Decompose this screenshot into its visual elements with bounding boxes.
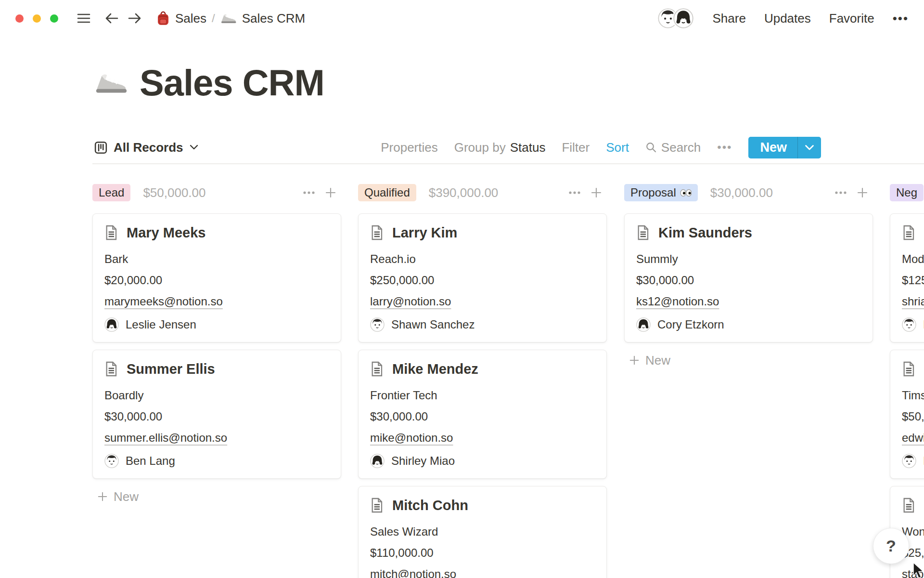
hamburger-icon <box>77 12 91 25</box>
crm-card[interactable]: S Mod $125 shria E <box>890 213 924 342</box>
crm-card[interactable]: Summer Ellis Boardly $30,000.00 summer.e… <box>92 350 341 479</box>
crm-card[interactable]: Mitch Cohn Sales Wizard $110,000.00 mitc… <box>358 486 607 578</box>
chevron-down-icon <box>190 144 198 150</box>
column-header: Neg <box>890 182 924 203</box>
board-column-qualified: Qualified $390,000.00 Larry Kim Reach.io… <box>358 182 607 578</box>
new-record-label: New <box>748 137 797 158</box>
plus-icon <box>629 355 640 366</box>
page-icon <box>370 498 384 513</box>
status-badge[interactable]: Lead <box>92 184 130 201</box>
column-add-button[interactable] <box>590 187 602 198</box>
search-icon <box>645 142 657 153</box>
card-name: Mary Meeks <box>127 225 205 241</box>
assignee-avatar <box>370 317 385 332</box>
traffic-light-zoom[interactable] <box>50 14 58 23</box>
crm-card[interactable]: Kim Saunders Summly $30,000.00 ks12@noti… <box>624 213 873 342</box>
page-icon <box>636 225 650 240</box>
column-more-button[interactable] <box>568 191 581 195</box>
ellipsis-icon <box>303 191 315 195</box>
add-card-label: New <box>645 353 670 368</box>
favorite-button[interactable]: Favorite <box>829 11 874 26</box>
assignee-avatar <box>902 317 916 332</box>
help-button[interactable]: ? <box>873 528 909 564</box>
forward-button[interactable] <box>128 12 142 25</box>
back-button[interactable] <box>104 12 119 25</box>
card-email-link[interactable]: ks12@notion.so <box>636 295 719 308</box>
column-add-button[interactable] <box>325 187 336 198</box>
column-add-button[interactable] <box>857 187 868 198</box>
column-more-button[interactable] <box>834 191 847 195</box>
new-record-dropdown[interactable] <box>798 137 821 158</box>
filter-button[interactable]: Filter <box>562 140 590 155</box>
page-icon <box>104 361 118 377</box>
card-company: Tims <box>902 389 924 402</box>
status-badge[interactable]: Neg <box>890 184 924 201</box>
search-button[interactable]: Search <box>645 140 701 155</box>
add-card-button[interactable]: New <box>624 350 670 371</box>
card-email-link[interactable]: mike@notion.so <box>370 431 453 444</box>
page-icon <box>902 225 915 240</box>
card-email-link[interactable]: larry@notion.so <box>370 295 451 308</box>
breadcrumb-workspace[interactable]: Sales <box>156 11 206 26</box>
chevron-down-icon <box>805 144 814 151</box>
new-record-button[interactable]: New <box>748 137 821 158</box>
properties-button[interactable]: Properties <box>381 140 438 155</box>
column-more-button[interactable] <box>303 191 315 195</box>
board-view-icon <box>94 141 107 154</box>
sort-button[interactable]: Sort <box>606 140 629 155</box>
topbar-actions: Share Updates Favorite ••• <box>657 7 909 29</box>
card-company: Summly <box>636 252 861 266</box>
group-by-button[interactable]: Group by Status <box>454 140 546 155</box>
plus-icon <box>325 187 336 198</box>
card-name: Kim Saunders <box>658 225 752 241</box>
collaborator-avatars[interactable] <box>657 7 694 29</box>
card-email-link[interactable]: mitch@notion.so <box>370 567 456 578</box>
add-card-button[interactable]: New <box>92 486 139 507</box>
crm-card[interactable]: Larry Kim Reach.io $250,000.00 larry@not… <box>358 213 607 342</box>
card-name: Mike Mendez <box>392 361 478 377</box>
view-more-button[interactable]: ••• <box>717 141 732 154</box>
card-assignee: Ben Lang <box>126 454 175 468</box>
search-label: Search <box>661 140 701 155</box>
traffic-light-close[interactable] <box>15 14 24 23</box>
breadcrumb-page[interactable]: Sales CRM <box>220 11 305 26</box>
status-badge-label: Proposal <box>630 187 676 198</box>
card-email-link[interactable]: shria <box>902 295 924 308</box>
column-header: Lead $50,000.00 <box>92 182 341 203</box>
page-icon <box>902 498 915 513</box>
page-sneaker-icon[interactable] <box>94 72 128 94</box>
card-email-link[interactable]: marymeeks@notion.so <box>104 295 223 308</box>
plus-icon <box>857 187 868 198</box>
card-email-link[interactable]: summer.ellis@notion.so <box>104 431 227 444</box>
card-amount: $50, <box>902 410 924 423</box>
status-badge-label: Neg <box>896 187 917 198</box>
view-switcher[interactable]: All Records <box>94 140 198 155</box>
plus-icon <box>97 491 108 502</box>
status-badge[interactable]: Proposal <box>624 184 698 201</box>
card-assignee: Shirley Miao <box>391 454 455 468</box>
card-company: Boardly <box>104 389 329 402</box>
view-name: All Records <box>114 140 183 155</box>
crm-card[interactable]: Mary Meeks Bark $20,000.00 marymeeks@not… <box>92 213 341 342</box>
card-email-link[interactable]: edwi <box>902 431 924 444</box>
share-button[interactable]: Share <box>713 11 746 26</box>
card-company: Sales Wizard <box>370 525 595 539</box>
column-header: Proposal $30,000.00 <box>624 182 873 203</box>
crm-card[interactable]: Mike Mendez Frontier Tech $30,000.00 mik… <box>358 350 607 479</box>
page-icon <box>104 225 118 240</box>
sidebar-menu-button[interactable] <box>77 12 91 25</box>
card-amount: $110,000.00 <box>370 546 595 560</box>
board-column-proposal: Proposal $30,000.00 Kim Saunders Summly … <box>624 182 873 371</box>
crm-card[interactable]: E Tims $50, edwi H <box>890 350 924 479</box>
updates-button[interactable]: Updates <box>764 11 811 26</box>
traffic-light-minimize[interactable] <box>33 14 41 23</box>
assignee-avatar <box>370 454 385 468</box>
breadcrumb: Sales / Sales CRM <box>156 11 305 26</box>
status-badge[interactable]: Qualified <box>358 184 416 201</box>
toolbar-divider <box>92 163 924 164</box>
column-total: $390,000.00 <box>429 185 499 200</box>
page-more-button[interactable]: ••• <box>893 11 909 26</box>
group-by-value: Status <box>510 140 546 155</box>
breadcrumb-separator: / <box>212 12 215 25</box>
page-icon <box>370 361 384 377</box>
